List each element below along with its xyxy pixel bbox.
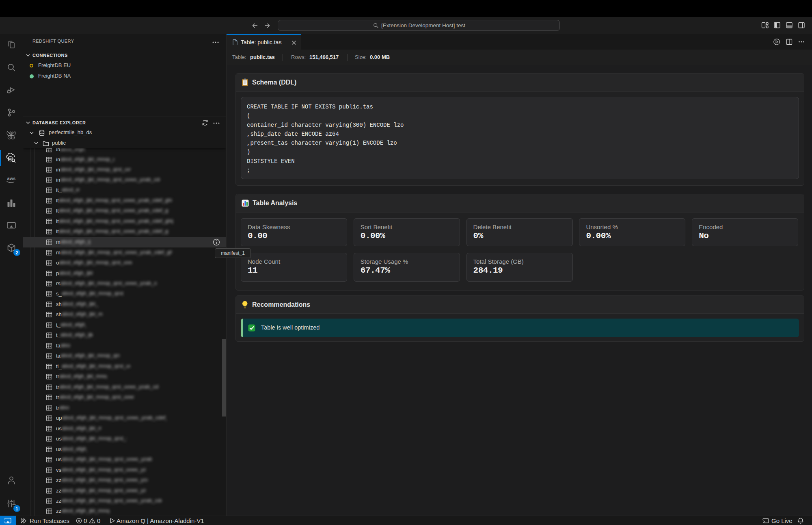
svg-text:aws: aws — [7, 176, 16, 181]
